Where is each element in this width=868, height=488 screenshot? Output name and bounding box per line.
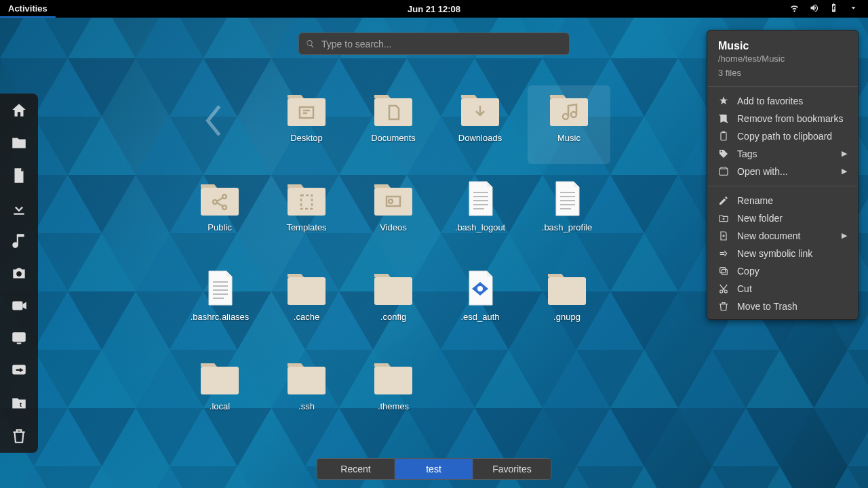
folder-icon <box>458 89 502 129</box>
panel-path: /home/test/Music <box>707 52 858 66</box>
folder-icon <box>285 268 328 308</box>
svg-rect-48 <box>201 367 239 394</box>
chevron-right-icon: ▶ <box>842 231 847 240</box>
item-label: .bashrc.aliases <box>191 312 250 322</box>
screen-icon[interactable] <box>9 328 29 348</box>
folder-item--config[interactable]: .config <box>350 268 437 343</box>
panel-action-label: New folder <box>737 213 783 224</box>
panel-action-label: Move to Trash <box>737 301 797 312</box>
file-grid: Desktop Documents Downloads Music Public… <box>176 89 610 432</box>
folder-icon <box>372 358 415 397</box>
open-icon <box>718 166 729 177</box>
panel-action-cut[interactable]: Cut <box>707 280 858 298</box>
download-icon[interactable] <box>9 198 29 218</box>
file-item--bashrc-aliases[interactable]: .bashrc.aliases <box>176 268 263 343</box>
system-menu-chevron-icon[interactable] <box>848 3 859 15</box>
panel-action-move-to-trash[interactable]: Move to Trash <box>707 298 858 315</box>
folder-icon <box>198 179 241 218</box>
camera-icon[interactable] <box>9 263 29 283</box>
svg-rect-10 <box>17 343 22 344</box>
item-label: Documents <box>371 133 416 143</box>
panel-action-rename[interactable]: Rename <box>707 192 858 209</box>
symlink-icon <box>718 248 729 259</box>
panel-action-label: Open with... <box>737 166 788 177</box>
file-icon <box>545 179 589 218</box>
panel-action-new-symbolic-link[interactable]: New symbolic link <box>707 245 858 262</box>
file-item--bash-profile[interactable]: .bash_profile <box>524 179 610 253</box>
panel-action-label: New symbolic link <box>737 248 812 259</box>
folder-item-music[interactable]: Music <box>528 85 610 164</box>
svg-point-46 <box>477 286 483 291</box>
music-icon[interactable] <box>9 230 29 251</box>
search-icon <box>306 39 315 48</box>
folder-icon[interactable] <box>9 133 29 153</box>
svg-rect-15 <box>374 98 412 126</box>
item-label: Videos <box>380 222 407 232</box>
panel-action-new-document[interactable]: New document▶ <box>707 227 858 245</box>
folder-icon <box>372 268 415 308</box>
item-label: .ssh <box>298 401 315 411</box>
folder-item-videos[interactable]: Videos <box>350 179 437 253</box>
item-label: Downloads <box>458 133 502 143</box>
share-icon[interactable] <box>9 361 29 381</box>
newfolder-icon <box>718 213 729 224</box>
folder-item--ssh[interactable]: .ssh <box>263 358 350 432</box>
activities-button[interactable]: Activities <box>0 0 56 18</box>
panel-action-label: Copy <box>737 266 760 277</box>
item-label: .themes <box>378 401 409 411</box>
clipboard-icon <box>718 131 729 142</box>
battery-icon[interactable] <box>829 3 839 15</box>
folder-icon <box>372 179 415 218</box>
panel-action-tags[interactable]: Tags▶ <box>707 145 858 163</box>
item-label: .local <box>210 401 230 411</box>
file-item--bash-logout[interactable]: .bash_logout <box>437 179 524 253</box>
clock[interactable]: Jun 21 12:08 <box>408 4 460 14</box>
folder-icon <box>285 89 328 129</box>
panel-action-label: Remove from bookmarks <box>737 113 843 124</box>
panel-action-new-folder[interactable]: New folder <box>707 209 858 227</box>
bottom-tab-recent[interactable]: Recent <box>317 459 395 479</box>
search-input[interactable]: Type to search... <box>298 33 570 55</box>
folder-t-icon[interactable]: t <box>9 393 29 413</box>
svg-rect-13 <box>288 98 326 126</box>
file-icon <box>458 179 502 218</box>
top-bar: Activities Jun 21 12:08 <box>0 0 868 18</box>
folder-item-downloads[interactable]: Downloads <box>437 89 524 164</box>
panel-action-copy[interactable]: Copy <box>707 262 858 280</box>
file-item--esd-auth[interactable]: .esd_auth <box>437 268 524 343</box>
home-icon[interactable] <box>9 100 29 121</box>
folder-icon <box>285 358 328 397</box>
trash-icon[interactable] <box>9 426 29 446</box>
file-icon <box>458 268 502 308</box>
folder-item-public[interactable]: Public <box>176 179 263 253</box>
item-label: Desktop <box>290 133 323 143</box>
document-icon[interactable] <box>9 165 29 186</box>
folder-item-templates[interactable]: Templates <box>263 179 350 253</box>
item-label: .bash_logout <box>455 222 505 232</box>
item-label: Music <box>557 133 580 143</box>
panel-action-label: Rename <box>737 195 773 206</box>
copy-icon <box>718 266 729 277</box>
bottom-tab-test[interactable]: test <box>395 459 473 479</box>
svg-rect-44 <box>288 277 326 305</box>
volume-icon[interactable] <box>809 3 819 15</box>
svg-rect-50 <box>374 367 412 394</box>
svg-rect-20 <box>201 188 239 216</box>
folder-item--cache[interactable]: .cache <box>263 268 350 343</box>
folder-item--gnupg[interactable]: .gnupg <box>524 268 610 343</box>
panel-action-remove-from-bookmarks[interactable]: Remove from bookmarks <box>707 110 858 127</box>
panel-action-open-with-[interactable]: Open with...▶ <box>707 163 858 180</box>
trash-icon <box>718 301 729 312</box>
folder-item-documents[interactable]: Documents <box>350 89 437 164</box>
svg-point-7 <box>16 271 22 277</box>
wifi-icon[interactable] <box>789 3 800 15</box>
video-icon[interactable] <box>9 296 29 316</box>
bottom-tab-favorites[interactable]: Favorites <box>473 459 551 479</box>
folder-item--themes[interactable]: .themes <box>350 358 437 432</box>
panel-action-copy-path-to-clipboard[interactable]: Copy path to clipboard <box>707 127 858 145</box>
panel-action-add-to-favorites[interactable]: Add to favorites <box>707 92 858 110</box>
svg-rect-8 <box>12 302 22 310</box>
folder-item-desktop[interactable]: Desktop <box>263 89 350 164</box>
chevron-right-icon: ▶ <box>842 149 847 158</box>
folder-item--local[interactable]: .local <box>176 358 263 432</box>
